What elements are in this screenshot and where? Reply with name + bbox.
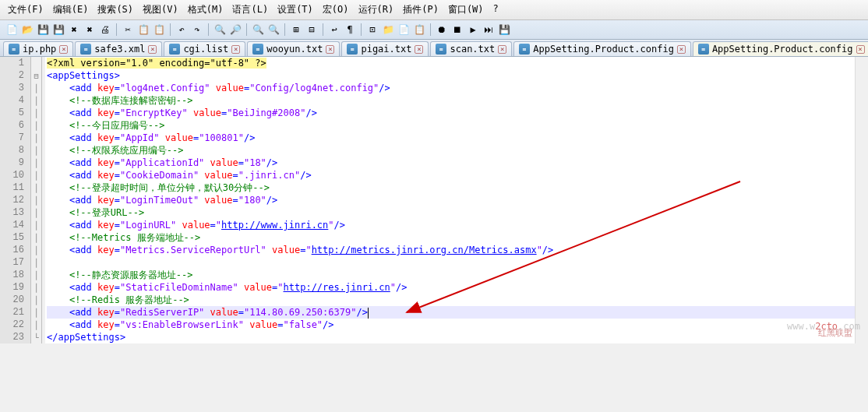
fold-marker[interactable]: │ — [31, 219, 41, 231]
code-line[interactable]: <!--权限系统应用编号--> — [47, 144, 855, 157]
code-line[interactable]: <add key="Metrics.ServiceReportUrl" valu… — [47, 244, 855, 256]
menu-macro[interactable]: 宏(O) — [318, 2, 354, 18]
file-tab[interactable]: ≡wooyun.txt× — [247, 41, 340, 56]
fold-marker[interactable]: │ — [31, 132, 41, 144]
file-tab[interactable]: ≡scan.txt× — [430, 41, 512, 56]
replace-icon[interactable]: 🔎 — [228, 23, 242, 37]
code-line[interactable] — [47, 256, 855, 269]
tab-close-icon[interactable]: × — [498, 45, 506, 54]
tab-close-icon[interactable]: × — [231, 45, 240, 54]
fold-marker[interactable]: │ — [31, 256, 41, 269]
sync-h-icon[interactable]: ⊟ — [305, 23, 319, 37]
fold-marker[interactable]: │ — [31, 194, 41, 206]
tab-close-icon[interactable]: × — [677, 45, 686, 54]
menu-format[interactable]: 格式(M) — [183, 2, 228, 18]
find-icon[interactable]: 🔍 — [213, 23, 227, 37]
code-line[interactable]: <appSettings> — [47, 69, 855, 82]
save-macro-icon[interactable]: 💾 — [497, 23, 511, 37]
stop-icon[interactable]: ⏹ — [450, 23, 464, 37]
menu-view[interactable]: 视图(V) — [138, 2, 183, 18]
code-line[interactable]: <add key="vs:EnableBrowserLink" value="f… — [47, 319, 855, 331]
code-line[interactable]: <add key="StaticFileDominName" value="ht… — [47, 281, 855, 294]
fold-marker[interactable]: │ — [31, 144, 41, 157]
code-line[interactable]: <!--Redis 服务器地址--> — [47, 294, 855, 306]
code-line[interactable]: <add key="LoginTimeOut" value="180"/> — [47, 194, 855, 206]
playback-icon[interactable]: ⏭ — [482, 23, 496, 37]
fold-marker[interactable]: │ — [31, 169, 41, 181]
save-all-icon[interactable]: 💾 — [51, 23, 65, 37]
wrap-icon[interactable]: ↩ — [327, 23, 341, 37]
tab-close-icon[interactable]: × — [326, 45, 334, 54]
code-line[interactable]: <add key="log4net.Config" value="Config/… — [47, 82, 855, 94]
menu-run[interactable]: 运行(R) — [354, 2, 399, 18]
fold-marker[interactable]: │ — [31, 244, 41, 256]
code-line[interactable]: <!--Metrics 服务端地址--> — [47, 231, 855, 244]
menu-settings[interactable]: 设置(T) — [273, 2, 318, 18]
file-tab[interactable]: ≡AppSetting.Product.config× — [693, 41, 868, 56]
code-line[interactable]: <!--静态资源服务器地址--> — [47, 269, 855, 281]
menu-help[interactable]: ? — [489, 2, 503, 18]
cut-icon[interactable]: ✂ — [121, 23, 135, 37]
zoom-in-icon[interactable]: 🔍 — [251, 23, 265, 37]
fold-marker[interactable]: │ — [31, 94, 41, 107]
code-line[interactable]: <!--登录超时时间，单位分钟，默认30分钟--> — [47, 181, 855, 194]
fold-marker[interactable]: │ — [31, 107, 41, 119]
file-tab[interactable]: ≡safe3.xml× — [75, 41, 162, 56]
redo-icon[interactable]: ↷ — [190, 23, 204, 37]
vertical-scrollbar[interactable] — [855, 57, 868, 343]
file-tab[interactable]: ≡cgi.list× — [164, 41, 245, 56]
indent-guide-icon[interactable]: ⊡ — [365, 23, 379, 37]
code-line[interactable]: <!--数据库连接解密密钥--> — [47, 94, 855, 107]
fold-marker[interactable]: │ — [31, 82, 41, 94]
zoom-out-icon[interactable]: 🔍 — [266, 23, 281, 37]
menu-window[interactable]: 窗口(W) — [443, 2, 489, 18]
menu-lang[interactable]: 语言(L) — [228, 2, 273, 18]
fold-marker[interactable]: │ — [31, 157, 41, 169]
code-line[interactable]: <?xml version="1.0" encoding="utf-8" ?> — [47, 57, 855, 69]
copy-icon[interactable]: 📋 — [136, 23, 150, 37]
sync-v-icon[interactable]: ⊞ — [289, 23, 303, 37]
fold-marker[interactable]: │ — [31, 181, 41, 194]
file-tab[interactable]: ≡ip.php× — [3, 41, 73, 56]
code-line[interactable]: <add key="AppId" value="100801"/> — [47, 132, 855, 144]
print-icon[interactable]: 🖨 — [98, 23, 112, 37]
code-area[interactable]: <?xml version="1.0" encoding="utf-8" ?><… — [45, 57, 855, 343]
file-tab[interactable]: ≡AppSetting.Product.config× — [513, 41, 691, 56]
fold-marker[interactable]: │ — [31, 231, 41, 244]
all-chars-icon[interactable]: ¶ — [343, 23, 357, 37]
func-list-icon[interactable]: 📋 — [412, 23, 426, 37]
fold-marker[interactable]: │ — [31, 294, 41, 306]
paste-icon[interactable]: 📋 — [152, 23, 166, 37]
code-line[interactable]: <!--今日应用编号--> — [47, 119, 855, 132]
undo-icon[interactable]: ↶ — [175, 23, 189, 37]
doc-map-icon[interactable]: 📄 — [397, 23, 411, 37]
fold-marker[interactable]: │ — [31, 206, 41, 219]
fold-marker[interactable]: │ — [31, 319, 41, 331]
folder-icon[interactable]: 📁 — [381, 23, 395, 37]
new-file-icon[interactable]: 📄 — [5, 23, 19, 37]
close-all-icon[interactable]: ✖ — [83, 23, 97, 37]
record-icon[interactable]: ⏺ — [435, 23, 449, 37]
fold-marker[interactable]: │ — [31, 269, 41, 281]
menu-plugins[interactable]: 插件(P) — [398, 2, 443, 18]
menu-file[interactable]: 文件(F) — [3, 2, 48, 18]
menu-edit[interactable]: 编辑(E) — [48, 2, 94, 18]
code-line[interactable]: </appSettings> — [47, 331, 855, 343]
fold-marker[interactable]: │ — [31, 119, 41, 132]
play-icon[interactable]: ▶ — [466, 23, 480, 37]
code-line[interactable]: <add key="LoginURL" value="http://www.ji… — [47, 219, 855, 231]
code-line[interactable]: <add key="CookieDomain" value=".jinri.cn… — [47, 169, 855, 181]
fold-marker[interactable]: │ — [31, 281, 41, 294]
close-icon[interactable]: ✖ — [67, 23, 81, 37]
save-icon[interactable]: 💾 — [36, 23, 50, 37]
tab-close-icon[interactable]: × — [415, 45, 423, 54]
menu-search[interactable]: 搜索(S) — [93, 2, 138, 18]
code-line[interactable]: <add key="RedisServerIP" value="114.80.6… — [47, 306, 855, 319]
file-tab[interactable]: ≡pigai.txt× — [341, 41, 429, 56]
fold-marker[interactable] — [31, 57, 41, 69]
fold-marker[interactable]: ⊟ — [31, 69, 41, 82]
fold-marker[interactable]: │ — [31, 306, 41, 319]
code-line[interactable]: <add key="EncryptKey" value="BeiJing#200… — [47, 107, 855, 119]
tab-close-icon[interactable]: × — [59, 45, 68, 54]
code-line[interactable]: <!--登录URL--> — [47, 206, 855, 219]
